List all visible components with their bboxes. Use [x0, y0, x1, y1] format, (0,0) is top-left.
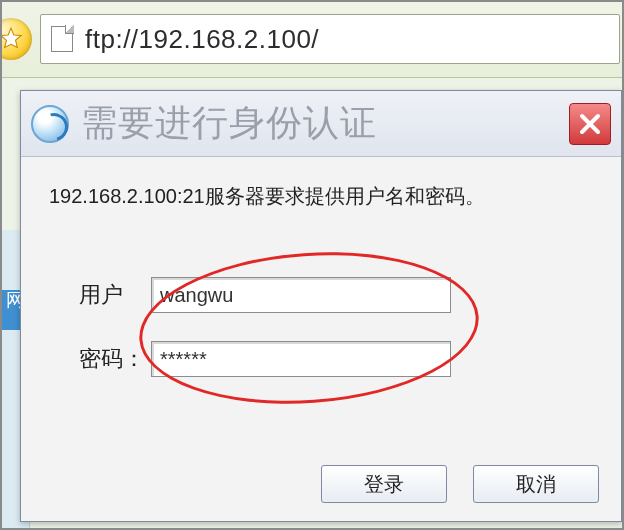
url-text: ftp://192.168.2.100/: [85, 24, 319, 55]
auth-dialog: 需要进行身份认证 192.168.2.100:21服务器要求提供用户名和密码。 …: [20, 90, 622, 522]
close-button[interactable]: [569, 103, 611, 145]
password-label: 密码：: [21, 344, 151, 374]
credentials-form: 用户 密码：: [21, 277, 621, 405]
cancel-button[interactable]: 取消: [473, 465, 599, 503]
dialog-titlebar: 需要进行身份认证: [21, 91, 621, 157]
dialog-body: 192.168.2.100:21服务器要求提供用户名和密码。 用户 密码： 登录…: [21, 157, 621, 521]
close-icon: [578, 112, 602, 136]
login-button[interactable]: 登录: [321, 465, 447, 503]
username-input[interactable]: [151, 277, 451, 313]
address-bar[interactable]: ftp://192.168.2.100/: [40, 14, 620, 64]
password-input[interactable]: [151, 341, 451, 377]
page-icon: [51, 26, 73, 52]
user-row: 用户: [21, 277, 621, 313]
dialog-message: 192.168.2.100:21服务器要求提供用户名和密码。: [49, 183, 593, 210]
dialog-title: 需要进行身份认证: [81, 99, 377, 148]
favorites-star-icon[interactable]: [0, 18, 32, 60]
password-row: 密码：: [21, 341, 621, 377]
user-label: 用户: [21, 280, 151, 310]
dialog-buttons: 登录 取消: [321, 465, 599, 503]
browser-app-icon: [31, 105, 69, 143]
browser-toolbar: ftp://192.168.2.100/: [0, 0, 624, 78]
